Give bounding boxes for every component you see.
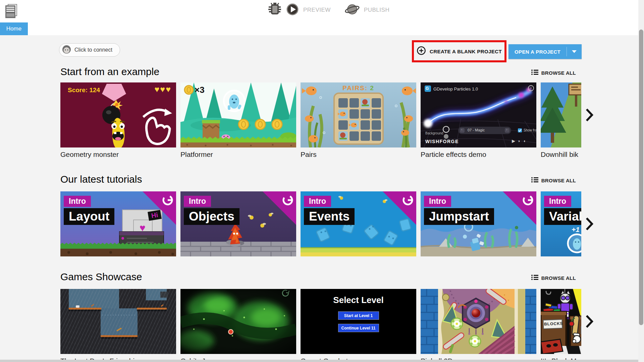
comet-combat-thumbnail[interactable]: Select Level Start at Level 1 Continue L… bbox=[301, 289, 416, 354]
example-card-pairs[interactable]: PAIRS: 2 Pairs bbox=[301, 82, 416, 159]
project-manager-icon[interactable] bbox=[5, 3, 19, 18]
publish-icon[interactable] bbox=[345, 3, 360, 17]
hearts-icons: ♥♥♥ bbox=[154, 84, 171, 94]
tutorial-jumpstart-thumbnail[interactable]: Intro Jumpstart bbox=[421, 191, 536, 256]
showcase-card-oshi[interactable]: Oshi's Journey bbox=[180, 289, 296, 362]
create-blank-project-button[interactable]: CREATE A BLANK PROJECT bbox=[430, 49, 502, 54]
card-caption: Geometry monster bbox=[60, 150, 176, 159]
carousel-next-arrow-examples[interactable] bbox=[585, 108, 594, 123]
gdevelop-logo-icon bbox=[399, 193, 415, 210]
intro-tag: Intro bbox=[64, 196, 91, 207]
tutorial-card-objects[interactable]: Intro Objects bbox=[180, 191, 296, 256]
card-caption: Particle effects demo bbox=[421, 150, 536, 159]
tutorials-carousel: ♥ Hi Intro Layout bbox=[60, 191, 581, 257]
section-title-examples: Start from an example bbox=[60, 66, 159, 77]
highlight-rectangle: CREATE A BLANK PROJECT bbox=[412, 40, 506, 62]
card-caption: Downhill bik bbox=[541, 150, 581, 159]
effect-selector-value: 07 - Magic bbox=[468, 128, 485, 132]
showcase-card-comet-combat[interactable]: Select Level Start at Level 1 Continue L… bbox=[301, 289, 416, 362]
platformer-thumbnail[interactable]: ×3 bbox=[180, 82, 296, 147]
list-icon bbox=[531, 177, 538, 184]
tutorial-objects-thumbnail[interactable]: Intro Objects bbox=[180, 191, 296, 256]
score-text: Score: 124 bbox=[68, 86, 100, 94]
heart-object: ♥ bbox=[140, 222, 146, 234]
pairs-thumbnail[interactable]: PAIRS: 2 bbox=[301, 82, 416, 147]
debug-icon[interactable] bbox=[268, 2, 282, 18]
gdevelop-logo-icon bbox=[279, 193, 294, 210]
preview-icon[interactable] bbox=[286, 3, 299, 17]
gdevelop-logo-glyph: G bbox=[426, 86, 429, 91]
browse-all-examples[interactable]: BROWSE ALL bbox=[531, 69, 576, 76]
gdevelop-logo-icon bbox=[519, 193, 535, 210]
browse-all-showcase[interactable]: BROWSE ALL bbox=[531, 275, 576, 281]
pairs-label: PAIRS: bbox=[342, 84, 368, 92]
background-label: Background bbox=[425, 131, 443, 135]
plus-one-text: +1 bbox=[572, 226, 580, 234]
open-project-button[interactable]: OPEN A PROJECT bbox=[508, 44, 582, 59]
showcase-card-blockm[interactable]: BLOCKS It's Block Ma bbox=[541, 289, 581, 362]
connect-label: Click to connect bbox=[74, 47, 112, 53]
selector-next-icon: › bbox=[506, 127, 507, 131]
particle-effects-thumbnail[interactable]: G i GDevelop Particles 1.0 Background ‹ … bbox=[421, 82, 536, 147]
intro-tag: Intro bbox=[424, 196, 451, 207]
intro-tag: Intro bbox=[304, 196, 331, 207]
pairs-count: 2 bbox=[370, 84, 374, 92]
intro-tag: Intro bbox=[544, 196, 571, 207]
publish-label[interactable]: PUBLISH bbox=[364, 7, 389, 13]
connect-button[interactable]: Click to connect bbox=[59, 43, 120, 57]
section-title-tutorials: Our latest tutorials bbox=[60, 174, 142, 185]
continue-level-button: Continue Level 11 bbox=[338, 324, 379, 332]
social-icons: ▶◗◖ bbox=[512, 138, 529, 143]
rain-overlay bbox=[60, 289, 176, 354]
downhill-bike-thumbnail[interactable] bbox=[541, 82, 581, 147]
section-title-showcase: Games Showcase bbox=[60, 271, 142, 283]
list-icon bbox=[531, 275, 538, 281]
tutorial-card-layout[interactable]: ♥ Hi Intro Layout bbox=[60, 191, 176, 256]
geometry-monster-thumbnail[interactable]: Score: 124 ♥♥♥ bbox=[60, 82, 176, 147]
open-project-dropdown[interactable] bbox=[567, 44, 582, 59]
oshi-thumbnail[interactable] bbox=[180, 289, 296, 354]
vignette-overlay bbox=[180, 289, 296, 354]
example-card-platformer[interactable]: ×3 Platformer bbox=[180, 82, 296, 159]
pinball-thumbnail[interactable] bbox=[421, 289, 536, 354]
plus-circle-icon bbox=[417, 46, 426, 57]
showcase-carousel: The Lost Dog's Frienship bbox=[60, 289, 581, 362]
start-level-button: Start at Level 1 bbox=[338, 311, 379, 320]
select-level-title: Select Level bbox=[301, 295, 416, 305]
tutorial-layout-thumbnail[interactable]: ♥ Hi Intro Layout bbox=[60, 191, 176, 256]
blockm-thumbnail[interactable]: BLOCKS bbox=[541, 289, 581, 354]
list-icon bbox=[531, 69, 538, 76]
tab-bar: Home bbox=[0, 22, 644, 35]
blocks-label: BLOCKS bbox=[544, 321, 561, 326]
chevron-down-icon bbox=[572, 50, 577, 53]
showcase-card-lost-dog[interactable]: The Lost Dog's Frienship bbox=[60, 289, 176, 362]
open-project-label[interactable]: OPEN A PROJECT bbox=[508, 44, 567, 59]
tutorial-title: Objects bbox=[184, 208, 239, 225]
browse-all-label: BROWSE ALL bbox=[541, 178, 576, 183]
show-frame-label: Show frame bbox=[524, 128, 536, 132]
preview-label[interactable]: PREVIEW bbox=[303, 7, 331, 13]
example-card-downhill-bike[interactable]: Downhill bik bbox=[541, 82, 581, 159]
lost-dog-thumbnail[interactable] bbox=[60, 289, 176, 354]
tutorial-card-variables[interactable]: +1 Intro Variab bbox=[541, 191, 581, 256]
tab-home[interactable]: Home bbox=[0, 22, 28, 35]
carousel-next-arrow-tutorials[interactable] bbox=[585, 217, 594, 232]
coin-counter-text: ×3 bbox=[195, 85, 205, 95]
tutorial-variables-thumbnail[interactable]: +1 Intro Variab bbox=[541, 191, 581, 256]
main-toolbar: PREVIEW PUBLISH bbox=[0, 0, 644, 22]
tutorial-card-jumpstart[interactable]: Intro Jumpstart bbox=[421, 191, 536, 256]
example-card-particle-effects[interactable]: G i GDevelop Particles 1.0 Background ‹ … bbox=[421, 82, 536, 159]
example-card-geometry-monster[interactable]: Score: 124 ♥♥♥ Geometry monster bbox=[60, 82, 176, 159]
showcase-card-pinball[interactable]: Pinball 2D bbox=[421, 289, 536, 362]
tutorial-events-thumbnail[interactable]: Intro Events bbox=[301, 191, 416, 256]
tutorial-title: Variab bbox=[544, 208, 581, 225]
window-bottom-edge bbox=[0, 360, 638, 362]
examples-carousel: Score: 124 ♥♥♥ Geometry monster bbox=[60, 82, 581, 161]
gdevelop-logo-icon bbox=[159, 193, 174, 210]
browse-all-tutorials[interactable]: BROWSE ALL bbox=[531, 177, 576, 184]
scrollbar-thumb[interactable] bbox=[639, 29, 643, 325]
tutorial-card-events[interactable]: Intro Events bbox=[301, 191, 416, 256]
tutorial-title: Layout bbox=[64, 208, 114, 225]
tutorial-title: Events bbox=[304, 208, 355, 225]
carousel-next-arrow-showcase[interactable] bbox=[585, 314, 594, 330]
